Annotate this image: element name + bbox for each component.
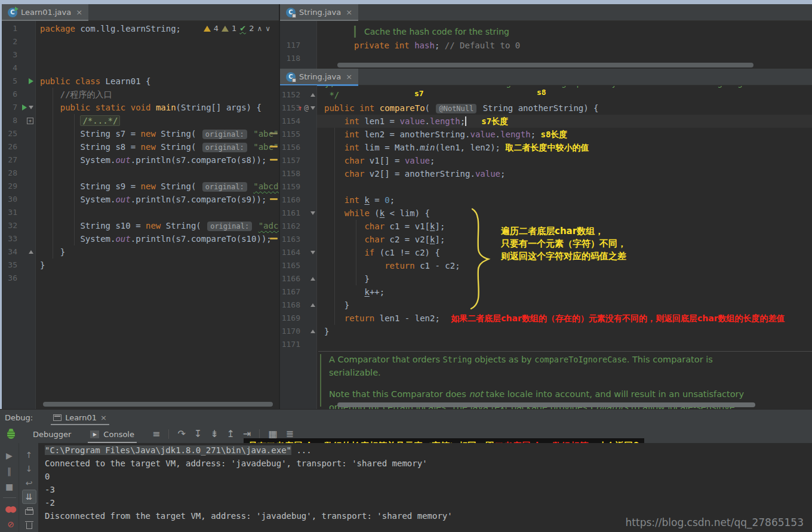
code-area[interactable]: 117private int hash; // Default to 0118 [280,39,812,65]
code-line[interactable]: 27 System.out.println(s7.compareTo(s8)); [2,153,279,167]
print-icon[interactable] [22,504,36,518]
fold-end-icon[interactable] [310,277,315,281]
view-breakpoints-icon[interactable]: ●● [2,501,17,516]
run-icon[interactable] [22,104,27,110]
debug-bug-icon [7,430,15,439]
code-line[interactable]: 35} [2,259,279,272]
fold-expand-icon[interactable]: + [27,118,33,124]
code-line[interactable]: 1161 while (k < lim) { [280,207,812,220]
code-line[interactable]: 1159 [280,180,812,193]
code-text: } [35,245,279,259]
code-line[interactable]: 1154 int len1 = value.length; s7长度 [280,115,812,128]
code-line[interactable]: 33 System.out.println(s7.compareTo(s10))… [2,232,279,245]
line-number: 36 [2,272,20,285]
line-number: 1167 [280,285,304,299]
code-line[interactable]: 1157 char v1[] = value; [280,154,812,167]
code-line[interactable]: 26 String s8 = new String( original: "ab… [2,140,279,153]
code-line[interactable]: 117private int hash; // Default to 0 [280,39,812,52]
up-stack-icon[interactable]: ↑ [22,448,36,462]
fold-collapse-icon[interactable] [29,106,33,109]
run-icon[interactable] [29,78,33,84]
code-line[interactable]: 1160 int k = 0; [280,193,812,207]
down-stack-icon[interactable]: ↓ [22,462,36,475]
fold-collapse-icon[interactable] [310,106,315,110]
code-line[interactable]: 5public class Learn01 { [2,75,279,88]
code-line[interactable]: 28 [2,167,279,180]
gutter-icons [304,193,317,207]
step-out-icon[interactable]: ↥ [227,429,235,439]
run-to-cursor-icon[interactable]: ⇥ [243,429,251,439]
code-line[interactable]: 7 public static void main(String[] args)… [2,101,279,114]
code-line[interactable]: 8+ /*...*/ [2,114,279,127]
fold-end-icon[interactable] [310,330,315,333]
line-number: 1162 [280,220,304,233]
close-icon[interactable]: × [346,72,352,81]
line-number: 118 [280,52,304,65]
gutter-icons [20,193,35,206]
stop-icon[interactable]: ■ [2,479,17,494]
fold-end-icon[interactable] [29,250,33,254]
close-icon[interactable]: × [76,8,82,17]
tab-string-java-top[interactable]: String.java × [280,4,358,20]
evaluate-expression-icon[interactable]: ▦ [268,429,277,439]
code-line[interactable]: 6 //程序的入口 [2,88,279,101]
scroll-to-end-icon[interactable]: ⇊ [22,490,36,504]
step-over-icon[interactable]: ↷ [177,429,185,439]
editor-learn01[interactable]: Learn01.java × 1package com.llg.learnStr… [2,4,280,409]
fold-collapse-icon[interactable] [310,251,315,254]
gutter-icons [304,272,317,285]
code-line[interactable]: 1170} [280,325,812,338]
debug-session-tab[interactable]: Learn01 × [50,410,110,425]
clear-console-icon[interactable] [22,518,36,532]
fold-end-icon[interactable] [310,93,315,97]
code-line[interactable]: 36 [2,272,279,285]
code-line[interactable]: 29 String s9 = new String( original: "ab… [2,180,279,193]
trace-settings-icon[interactable]: ≣ [286,429,294,439]
soft-wrap-icon[interactable]: ↩ [22,476,36,490]
next-issue-icon[interactable]: ∨ [265,24,270,33]
prev-issue-icon[interactable]: ∧ [257,24,262,33]
editor-string-compareto[interactable]: String.java × y, a value less than 0 if … [280,69,812,409]
code-line[interactable]: 1167 k++; [280,285,812,299]
editor-string-top[interactable]: String.java × Cache the hash code for th… [280,4,812,69]
tab-console[interactable]: ▶ Console [85,425,139,443]
fold-collapse-icon[interactable] [310,211,315,215]
code-line[interactable]: 30 System.out.println(s7.compareTo(s9)); [2,193,279,206]
code-line[interactable]: 2 [2,35,279,48]
inspection-widget[interactable]: 4 1 ✔ 2 ∧ ∨ [204,24,270,33]
horizontal-scrollbar[interactable] [337,402,755,407]
code-area[interactable]: 1152 */1153↑@public int compareTo( @NotN… [280,88,812,351]
code-line[interactable]: 1166 } [280,272,812,285]
code-line[interactable]: 25 String s7 = new String( original: "ab… [2,127,279,140]
show-execution-point-icon[interactable]: ▶ [2,448,17,463]
force-step-into-icon[interactable]: ⇟ [210,429,218,439]
print-icon [25,509,33,515]
code-line[interactable]: 4 [2,61,279,75]
code-line[interactable]: 1171 [280,338,812,351]
code-line[interactable]: 1168 } [280,299,812,312]
code-line[interactable]: 32 String s10 = new String( original: "a… [2,219,279,232]
code-line[interactable]: 1155 int len2 = anotherString.value.leng… [280,128,812,141]
tab-string-java-bottom[interactable]: String.java × [280,69,358,85]
mute-breakpoints-icon[interactable]: ⊘ [2,516,17,532]
tab-label: String.java [299,72,341,81]
close-icon[interactable]: × [100,413,107,422]
code-line[interactable]: 1158 char v2[] = anotherString.value; [280,167,812,180]
pause-icon[interactable]: ‖ [2,463,17,479]
step-into-icon[interactable]: ↧ [194,429,202,439]
horizontal-scrollbar[interactable] [337,63,753,67]
code-line[interactable]: 1153↑@public int compareTo( @NotNull Str… [280,102,812,115]
line-number: 1165 [280,259,304,272]
code-line[interactable]: 31 [2,206,279,219]
code-line[interactable]: 1169 return len1 - len2; 如果二者底层char数组的（存… [280,312,812,325]
code-line[interactable]: 1156 int lim = Math.min(len1, len2); 取二者… [280,141,812,154]
horizontal-scrollbar[interactable] [43,402,273,407]
code-area[interactable]: 1package com.llg.learnString;2345public … [2,22,279,285]
code-line[interactable]: 3 [2,48,279,61]
close-icon[interactable]: × [346,8,352,17]
fold-end-icon[interactable] [310,303,315,307]
options-menu-icon[interactable]: ≡ [152,429,160,439]
tab-debugger[interactable]: Debugger [28,430,76,439]
code-line[interactable]: 34 } [2,245,279,259]
tab-learn01-java[interactable]: Learn01.java × [2,4,88,20]
